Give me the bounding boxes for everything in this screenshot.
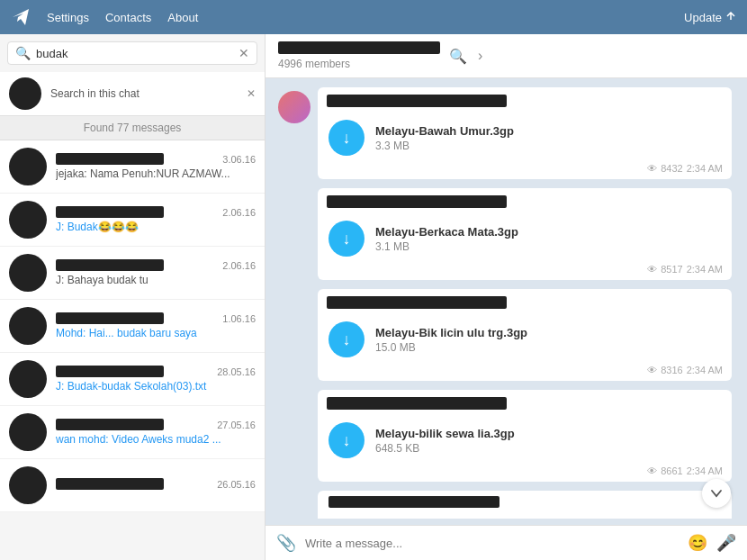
- avatar: [278, 91, 310, 123]
- file-size: 15.0 MB: [375, 341, 721, 354]
- message-group: ↓ Melayu-Bik licin ulu trg.3gp 15.0 MB 👁…: [278, 289, 734, 381]
- chat-date: 2.06.16: [222, 260, 256, 271]
- sender-name-bar: [327, 195, 507, 208]
- message-block: ↓ Melayu-bilik sewa lia.3gp 648.5 KB 👁 8…: [318, 390, 732, 482]
- chat-name-bar: [56, 206, 164, 218]
- file-name: Melayu-Berkaca Mata.3gp: [375, 225, 721, 239]
- right-panel: 4996 members 🔍 ›: [266, 34, 747, 560]
- sender-name-bar: [327, 296, 507, 309]
- search-in-chat-row: Search in this chat ✕: [0, 72, 265, 116]
- chat-preview: wan mohd: Video Aweks muda2 ...: [56, 433, 256, 446]
- chat-name-bar: [56, 419, 164, 430]
- avatar: [9, 307, 47, 345]
- views-icon: 👁: [647, 465, 657, 476]
- attach-icon[interactable]: 📎: [276, 533, 296, 553]
- search-chat-icon[interactable]: 🔍: [449, 48, 467, 65]
- message-block-partial: [318, 491, 732, 519]
- list-item[interactable]: 26.05.16: [0, 459, 265, 512]
- messages-area: ↓ Melayu-Bawah Umur.3gp 3.3 MB 👁 8432 2:…: [266, 78, 747, 525]
- menu-about[interactable]: About: [167, 11, 198, 24]
- download-button[interactable]: ↓: [328, 120, 364, 156]
- emoji-icon[interactable]: 😊: [688, 533, 707, 553]
- message-time: 2:34 AM: [687, 465, 723, 476]
- main-layout: 🔍 ✕ Search in this chat ✕ Found 77 messa…: [0, 34, 747, 560]
- microphone-icon[interactable]: 🎤: [716, 533, 736, 553]
- message-block: ↓ Melayu-Berkaca Mata.3gp 3.1 MB 👁 8517 …: [318, 188, 732, 280]
- file-name: Melayu-bilik sewa lia.3gp: [375, 427, 721, 440]
- update-arrow-icon: [725, 12, 736, 23]
- chat-preview: J: Bahaya budak tu: [56, 274, 256, 286]
- list-item[interactable]: 3.06.16 jejaka: Nama Penuh:NUR AZMAW...: [0, 140, 265, 194]
- file-size: 3.1 MB: [375, 240, 721, 253]
- more-options-icon[interactable]: ›: [478, 48, 482, 64]
- left-panel: 🔍 ✕ Search in this chat ✕ Found 77 messa…: [0, 34, 266, 560]
- avatar: [9, 201, 47, 239]
- view-count: 8517: [661, 264, 682, 275]
- chat-name-bar: [56, 153, 164, 165]
- clear-search-icon[interactable]: ✕: [238, 46, 249, 60]
- message-input[interactable]: [305, 537, 679, 550]
- menu-bar: Settings Contacts About Update: [0, 0, 747, 34]
- svg-marker-0: [13, 9, 29, 25]
- search-input[interactable]: [36, 47, 233, 60]
- right-panel-wrapper: 4996 members 🔍 ›: [266, 34, 747, 560]
- update-button[interactable]: Update: [684, 11, 736, 24]
- download-button[interactable]: ↓: [328, 422, 364, 458]
- chat-preview: J: Budak😂😂😂: [56, 221, 256, 233]
- list-item[interactable]: 2.06.16 J: Budak😂😂😂: [0, 194, 265, 247]
- search-bar: 🔍 ✕: [7, 41, 257, 65]
- chat-name-bar: [56, 478, 164, 490]
- list-item[interactable]: 1.06.16 Mohd: Hai... budak baru saya: [0, 300, 265, 353]
- views-icon: 👁: [647, 163, 657, 174]
- file-size: 648.5 KB: [375, 442, 721, 455]
- chat-date: 26.05.16: [217, 479, 256, 490]
- message-group: ↓ Melayu-Berkaca Mata.3gp 3.1 MB 👁 8517 …: [278, 188, 734, 280]
- chat-list: 3.06.16 jejaka: Nama Penuh:NUR AZMAW... …: [0, 140, 265, 560]
- message-time: 2:34 AM: [687, 163, 723, 174]
- close-search-icon[interactable]: ✕: [247, 87, 256, 100]
- chat-avatar-small: [9, 77, 41, 110]
- file-size: 3.3 MB: [375, 140, 721, 152]
- views-icon: 👁: [647, 264, 657, 275]
- sender-name-bar: [327, 397, 507, 410]
- scroll-down-button[interactable]: [702, 479, 731, 508]
- chevron-down-icon: [710, 487, 723, 500]
- chat-date: 27.05.16: [217, 420, 256, 430]
- chat-name-bar: [56, 312, 164, 324]
- chat-title-bar: [278, 41, 440, 54]
- avatar: [9, 360, 47, 398]
- avatar: [9, 413, 47, 451]
- menu-contacts[interactable]: Contacts: [105, 11, 151, 24]
- chat-date: 1.06.16: [222, 313, 256, 324]
- menu-settings[interactable]: Settings: [47, 11, 89, 24]
- chat-date: 2.06.16: [222, 207, 256, 218]
- chat-preview: J: Budak-budak Sekolah(03).txt: [56, 380, 256, 393]
- list-item[interactable]: 2.06.16 J: Bahaya budak tu: [0, 247, 265, 300]
- download-button[interactable]: ↓: [328, 321, 364, 357]
- chat-name-bar: [56, 366, 164, 377]
- member-count: 4996 members: [278, 58, 440, 70]
- chat-name-bar: [56, 259, 164, 271]
- chat-preview: Mohd: Hai... budak baru saya: [56, 327, 256, 339]
- view-count: 8316: [661, 365, 682, 375]
- message-group: ↓ Melayu-Bawah Umur.3gp 3.3 MB 👁 8432 2:…: [278, 87, 734, 179]
- view-count: 8432: [661, 163, 682, 174]
- file-name: Melayu-Bik licin ulu trg.3gp: [375, 326, 721, 339]
- message-group-partial: [278, 491, 734, 519]
- chat-date: 3.06.16: [222, 154, 256, 165]
- file-name: Melayu-Bawah Umur.3gp: [375, 124, 721, 138]
- telegram-logo-icon: [11, 7, 31, 27]
- message-input-bar: 📎 😊 🎤: [266, 525, 747, 560]
- sender-name-bar: [328, 496, 500, 508]
- download-button[interactable]: ↓: [328, 221, 364, 257]
- list-item[interactable]: 27.05.16 wan mohd: Video Aweks muda2 ...: [0, 406, 265, 459]
- message-block: ↓ Melayu-Bik licin ulu trg.3gp 15.0 MB 👁…: [318, 289, 732, 381]
- avatar: [9, 148, 47, 185]
- sender-name-bar: [327, 95, 507, 107]
- message-time: 2:34 AM: [687, 365, 723, 375]
- message-time: 2:34 AM: [687, 264, 723, 275]
- avatar: [9, 466, 47, 504]
- avatar: [9, 254, 47, 292]
- message-block: ↓ Melayu-Bawah Umur.3gp 3.3 MB 👁 8432 2:…: [318, 87, 732, 179]
- list-item[interactable]: 28.05.16 J: Budak-budak Sekolah(03).txt: [0, 353, 265, 406]
